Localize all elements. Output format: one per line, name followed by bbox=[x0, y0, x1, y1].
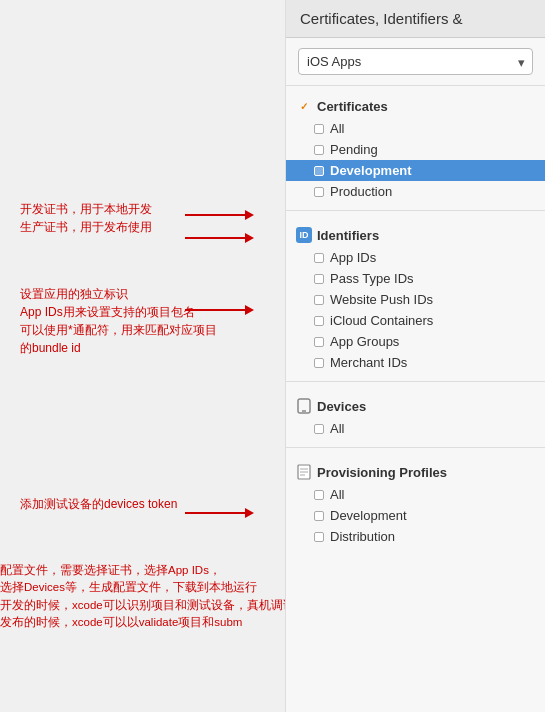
nav-provisioning-development[interactable]: Development bbox=[286, 505, 545, 526]
bullet-icon bbox=[314, 490, 324, 500]
devices-label: Devices bbox=[317, 399, 366, 414]
provisioning-development-label: Development bbox=[330, 508, 407, 523]
provisioning-label: Provisioning Profiles bbox=[317, 465, 447, 480]
identifiers-label: Identifiers bbox=[317, 228, 379, 243]
bullet-icon bbox=[314, 424, 324, 434]
devices-all-label: All bbox=[330, 421, 344, 436]
bullet-icon bbox=[314, 274, 324, 284]
provisioning-header: Provisioning Profiles bbox=[286, 460, 545, 484]
app-groups-label: App Groups bbox=[330, 334, 399, 349]
sidebar: Certificates, Identifiers & iOS Apps Mac… bbox=[285, 0, 545, 712]
arrow-development bbox=[185, 210, 254, 220]
cert-production-label: Production bbox=[330, 184, 392, 199]
ios-apps-dropdown-wrapper[interactable]: iOS Apps Mac Apps tvOS Apps bbox=[298, 48, 533, 75]
bullet-icon bbox=[314, 316, 324, 326]
annotation-provisioning: 配置文件，需要选择证书，选择App IDs， 选择Devices等，生成配置文件… bbox=[0, 562, 295, 631]
identifiers-section: ID Identifiers App IDs Pass Type IDs Web… bbox=[286, 215, 545, 377]
nav-certificates-all[interactable]: All bbox=[286, 118, 545, 139]
id-icon: ID bbox=[296, 227, 312, 243]
cert-pending-label: Pending bbox=[330, 142, 378, 157]
arrow-appids bbox=[185, 305, 254, 315]
identifiers-header: ID Identifiers bbox=[286, 223, 545, 247]
annotation-panel: 开发证书，用于本地开发生产证书，用于发布使用 设置应用的独立标识 App IDs… bbox=[0, 0, 295, 712]
nav-devices-all[interactable]: All bbox=[286, 418, 545, 439]
bullet-icon bbox=[314, 295, 324, 305]
bullet-icon bbox=[314, 166, 324, 176]
sidebar-title: Certificates, Identifiers & bbox=[286, 0, 545, 38]
bullet-icon bbox=[314, 145, 324, 155]
divider-1 bbox=[286, 210, 545, 211]
nav-provisioning-distribution[interactable]: Distribution bbox=[286, 526, 545, 547]
divider-3 bbox=[286, 447, 545, 448]
bullet-icon bbox=[314, 337, 324, 347]
annotation-development: 开发证书，用于本地开发生产证书，用于发布使用 bbox=[20, 200, 152, 236]
dropdown-container: iOS Apps Mac Apps tvOS Apps bbox=[286, 38, 545, 86]
certificates-section: ✓ Certificates All Pending Development P… bbox=[286, 86, 545, 206]
website-push-ids-label: Website Push IDs bbox=[330, 292, 433, 307]
bullet-icon bbox=[314, 124, 324, 134]
app-ids-label: App IDs bbox=[330, 250, 376, 265]
cert-all-label: All bbox=[330, 121, 344, 136]
devices-header: Devices bbox=[286, 394, 545, 418]
cert-icon: ✓ bbox=[296, 98, 312, 114]
nav-certificates-production[interactable]: Production bbox=[286, 181, 545, 202]
bullet-icon bbox=[314, 358, 324, 368]
annotation-identifiers: 设置应用的独立标识 App IDs用来设置支持的项目包名 可以使用*通配符，用来… bbox=[20, 285, 217, 357]
divider-2 bbox=[286, 381, 545, 382]
devices-section: Devices All bbox=[286, 386, 545, 443]
provisioning-distribution-label: Distribution bbox=[330, 529, 395, 544]
icloud-containers-label: iCloud Containers bbox=[330, 313, 433, 328]
bullet-icon bbox=[314, 511, 324, 521]
bullet-icon bbox=[314, 532, 324, 542]
bullet-icon bbox=[314, 187, 324, 197]
platform-dropdown[interactable]: iOS Apps Mac Apps tvOS Apps bbox=[298, 48, 533, 75]
nav-website-push-ids[interactable]: Website Push IDs bbox=[286, 289, 545, 310]
cert-development-label: Development bbox=[330, 163, 412, 178]
provisioning-all-label: All bbox=[330, 487, 344, 502]
arrow-devices bbox=[185, 508, 254, 518]
pass-type-ids-label: Pass Type IDs bbox=[330, 271, 414, 286]
annotation-devices: 添加测试设备的devices token bbox=[20, 495, 177, 513]
certificates-header: ✓ Certificates bbox=[286, 94, 545, 118]
bullet-icon bbox=[314, 253, 324, 263]
nav-certificates-pending[interactable]: Pending bbox=[286, 139, 545, 160]
nav-certificates-development[interactable]: Development bbox=[286, 160, 545, 181]
merchant-ids-label: Merchant IDs bbox=[330, 355, 407, 370]
nav-app-groups[interactable]: App Groups bbox=[286, 331, 545, 352]
nav-provisioning-all[interactable]: All bbox=[286, 484, 545, 505]
nav-merchant-ids[interactable]: Merchant IDs bbox=[286, 352, 545, 373]
arrow-production bbox=[185, 233, 254, 243]
provisioning-section: Provisioning Profiles All Development Di… bbox=[286, 452, 545, 551]
device-icon bbox=[296, 398, 312, 414]
profile-icon bbox=[296, 464, 312, 480]
nav-app-ids[interactable]: App IDs bbox=[286, 247, 545, 268]
certificates-label: Certificates bbox=[317, 99, 388, 114]
nav-pass-type-ids[interactable]: Pass Type IDs bbox=[286, 268, 545, 289]
nav-icloud-containers[interactable]: iCloud Containers bbox=[286, 310, 545, 331]
